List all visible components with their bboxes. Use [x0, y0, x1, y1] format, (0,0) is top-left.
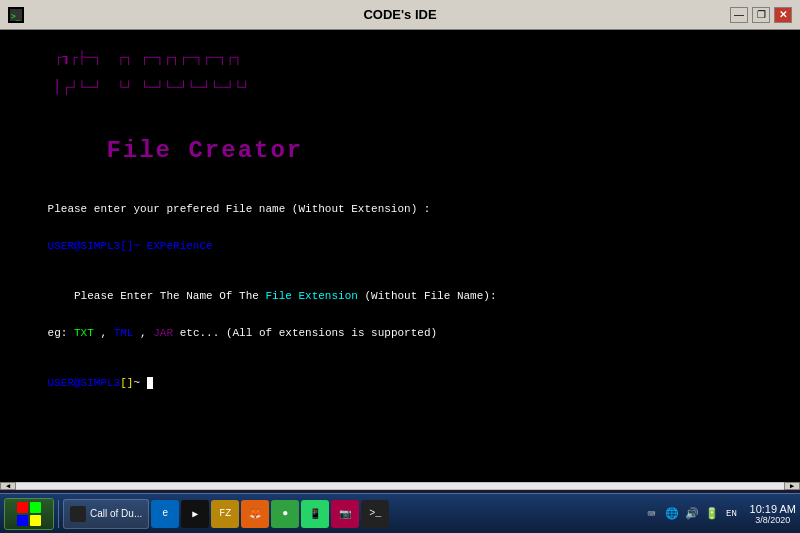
- line1-text: Please enter your prefered File name (Wi…: [48, 203, 431, 215]
- prompt1-text: USER@SIMPL3[]~ EXPeRienCe: [48, 240, 213, 252]
- eg-line: eg: TXT , TML , JAR etc... (All of exten…: [8, 315, 792, 351]
- prompt2-bracket: []: [120, 377, 133, 389]
- scroll-left-btn[interactable]: ◀: [0, 482, 16, 490]
- win-quad-green: [30, 502, 41, 513]
- taskbar: Call of Du... e▶FZ🦊●📱📷>_ ⌨ 🌐 🔊 🔋 EN 10:1…: [0, 493, 800, 533]
- system-clock: 10:19 AM 3/8/2020: [750, 503, 796, 525]
- app-icon: >_: [8, 7, 24, 23]
- win-quad-blue: [17, 515, 28, 526]
- win-quad-red: [17, 502, 28, 513]
- battery-tray-icon: 🔋: [704, 506, 720, 522]
- close-button[interactable]: ✕: [774, 7, 792, 23]
- clock-time: 10:19 AM: [750, 503, 796, 515]
- ext-pre: Please Enter The Name Of The: [48, 290, 266, 302]
- clock-date: 3/8/2020: [755, 515, 790, 525]
- taskbar-item-cod[interactable]: Call of Du...: [63, 499, 149, 529]
- eg-label: eg:: [48, 327, 68, 339]
- terminal-content[interactable]: ┌┒┌├─┐ ┌┐ ┌─┐┌┐┌─┐┌─┐┌┐ ⎜┌┘└─┘ └┘ └─┘└─┘…: [0, 30, 800, 490]
- ie-icon[interactable]: e: [151, 500, 179, 528]
- eg-comma1: ,: [100, 327, 113, 339]
- keyboard-tray-icon: ⌨: [644, 506, 660, 522]
- user-prompt-1: USER@SIMPL3[]~ EXPeRienCe: [8, 228, 792, 264]
- ext-post: (Without File Name):: [358, 290, 497, 302]
- cursor: [147, 377, 153, 389]
- ext-prompt-line: Please Enter The Name Of The File Extens…: [8, 278, 792, 314]
- volume-tray-icon: 🔊: [684, 506, 700, 522]
- eg-txt: TXT: [67, 327, 100, 339]
- minimize-button[interactable]: —: [730, 7, 748, 23]
- terminal-area: ┌┒┌├─┐ ┌┐ ┌─┐┌┐┌─┐┌─┐┌┐ ⎜┌┘└─┘ └┘ └─┘└─┘…: [0, 30, 800, 490]
- windows-logo: [17, 502, 41, 526]
- eg-comma2: ,: [133, 327, 153, 339]
- ascii-logo-2: File Creator: [8, 115, 792, 187]
- svg-text:>_: >_: [11, 12, 21, 21]
- system-tray: ⌨ 🌐 🔊 🔋 EN: [640, 504, 744, 524]
- prompt2-user: USER@SIMPL3: [48, 377, 121, 389]
- whatsapp-icon[interactable]: 📱: [301, 500, 329, 528]
- restore-button[interactable]: ❐: [752, 7, 770, 23]
- taskbar-item-cod-label: Call of Du...: [90, 508, 142, 519]
- cmd-icon[interactable]: >_: [361, 500, 389, 528]
- camera-icon[interactable]: 📷: [331, 500, 359, 528]
- title-bar: >_ CODE's IDE — ❐ ✕: [0, 0, 800, 30]
- network-tray-icon: 🌐: [664, 506, 680, 522]
- ascii-logo: ┌┒┌├─┐ ┌┐ ┌─┐┌┐┌─┐┌─┐┌┐ ⎜┌┘└─┘ └┘ └─┘└─┘…: [8, 36, 792, 111]
- prompt2-dash: [140, 377, 147, 389]
- blank-2: [8, 352, 792, 364]
- blank-1: [8, 265, 792, 277]
- lang-tray-icon: EN: [724, 506, 740, 522]
- cod-icon: [70, 506, 86, 522]
- start-button[interactable]: [4, 498, 54, 530]
- user-prompt-2: USER@SIMPL3[]~: [8, 365, 792, 401]
- window-title: CODE's IDE: [363, 7, 436, 22]
- scroll-track-h[interactable]: [16, 483, 784, 489]
- prompt-line-1: Please enter your prefered File name (Wi…: [8, 191, 792, 227]
- cod-app-icon[interactable]: ▶: [181, 500, 209, 528]
- firefox-icon[interactable]: 🦊: [241, 500, 269, 528]
- taskbar-right: ⌨ 🌐 🔊 🔋 EN 10:19 AM 3/8/2020: [640, 503, 796, 525]
- window-controls: — ❐ ✕: [730, 7, 792, 23]
- eg-jar: JAR: [153, 327, 173, 339]
- eg-tml: TML: [114, 327, 134, 339]
- win-quad-yellow: [30, 515, 41, 526]
- title-bar-left: >_: [8, 7, 24, 23]
- scroll-right-btn[interactable]: ▶: [784, 482, 800, 490]
- h-scrollbar[interactable]: ◀ ▶: [0, 482, 800, 490]
- eg-rest: etc... (All of extensions is supported): [173, 327, 437, 339]
- taskbar-divider: [58, 500, 59, 528]
- chrome-icon[interactable]: ●: [271, 500, 299, 528]
- ext-highlight-text: File Extension: [265, 290, 357, 302]
- filezilla-icon[interactable]: FZ: [211, 500, 239, 528]
